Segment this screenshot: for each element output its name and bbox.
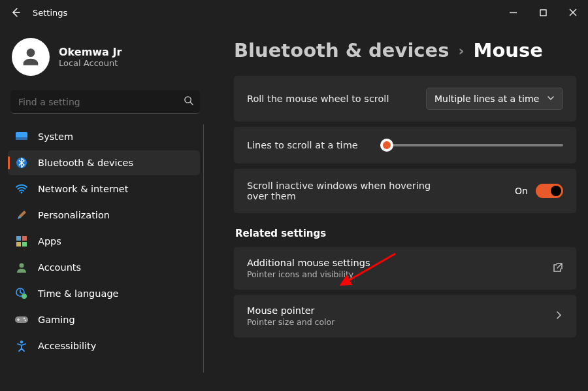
svg-point-14: [24, 318, 25, 320]
arrow-left-icon: [10, 7, 21, 18]
back-button[interactable]: [8, 5, 24, 20]
minimize-icon: [510, 9, 517, 16]
sidebar-item-time-language[interactable]: Time & language: [8, 281, 200, 306]
link-title: Additional mouse settings: [247, 258, 553, 268]
breadcrumb: Bluetooth & devices › Mouse: [234, 39, 576, 61]
apps-icon: [14, 234, 29, 248]
sidebar-item-label: Personalization: [38, 210, 110, 220]
sidebar-item-gaming[interactable]: Gaming: [8, 307, 200, 332]
setting-label: Lines to scroll at a time: [247, 140, 358, 150]
chevron-right-icon: ›: [458, 42, 464, 59]
sidebar-item-accounts[interactable]: Accounts: [8, 255, 200, 280]
chevron-right-icon: [554, 310, 563, 322]
lines-slider[interactable]: [382, 139, 563, 152]
slider-track: [382, 144, 563, 146]
svg-rect-7: [22, 236, 27, 241]
avatar: [12, 38, 50, 76]
related-settings-heading: Related settings: [235, 228, 576, 239]
svg-rect-8: [16, 242, 21, 246]
link-subtitle: Pointer size and color: [247, 317, 554, 327]
link-subtitle: Pointer icons and visibility: [247, 269, 553, 279]
link-mouse-pointer[interactable]: Mouse pointer Pointer size and color: [234, 295, 576, 337]
breadcrumb-parent[interactable]: Bluetooth & devices: [234, 39, 449, 61]
display-icon: [14, 129, 29, 144]
search-input[interactable]: [17, 96, 184, 108]
sidebar-item-network[interactable]: Network & internet: [8, 177, 200, 201]
svg-rect-3: [16, 137, 27, 140]
svg-point-1: [185, 97, 191, 103]
sidebar-item-label: System: [38, 131, 73, 142]
sidebar-item-label: Gaming: [38, 314, 75, 325]
svg-rect-0: [540, 10, 546, 16]
maximize-button[interactable]: [528, 0, 558, 25]
close-icon: [569, 8, 577, 16]
user-name: Okemwa Jr: [59, 46, 122, 58]
titlebar: Settings: [0, 0, 588, 25]
sidebar-item-bluetooth-devices[interactable]: Bluetooth & devices: [8, 150, 200, 175]
search-icon: [184, 95, 193, 108]
minimize-button[interactable]: [498, 0, 528, 25]
sidebar-item-label: Time & language: [38, 288, 119, 299]
close-button[interactable]: [558, 0, 588, 25]
svg-point-16: [20, 341, 24, 344]
main-content: Bluetooth & devices › Mouse Roll the mou…: [209, 25, 588, 391]
sidebar-item-personalization[interactable]: Personalization: [8, 203, 200, 228]
sidebar-item-label: Apps: [38, 236, 61, 246]
setting-lines-to-scroll: Lines to scroll at a time: [234, 127, 576, 163]
sidebar-item-label: Network & internet: [38, 184, 128, 194]
nav-list: System Bluetooth & devices Network & int…: [8, 124, 204, 358]
link-title: Mouse pointer: [247, 305, 554, 316]
svg-point-10: [20, 264, 24, 268]
app-title: Settings: [33, 8, 67, 18]
setting-scroll-mode: Roll the mouse wheel to scroll Multiple …: [234, 76, 576, 122]
user-account-type: Local Account: [59, 58, 122, 68]
gamepad-icon: [14, 313, 29, 327]
svg-point-15: [25, 320, 27, 322]
setting-scroll-inactive: Scroll inactive windows when hovering ov…: [234, 169, 576, 213]
setting-label: Roll the mouse wheel to scroll: [247, 94, 389, 104]
search-box[interactable]: [10, 90, 200, 114]
inactive-scroll-toggle[interactable]: [536, 184, 563, 198]
dropdown-value: Multiple lines at a time: [434, 94, 539, 104]
paintbrush-icon: [14, 208, 29, 222]
bluetooth-icon: [14, 156, 29, 170]
person-icon: [20, 46, 42, 68]
slider-thumb[interactable]: [380, 139, 393, 152]
user-profile[interactable]: Okemwa Jr Local Account: [8, 31, 204, 86]
sidebar-item-system[interactable]: System: [8, 124, 200, 149]
person-circle-icon: [14, 260, 29, 275]
sidebar-item-label: Accounts: [38, 262, 81, 273]
scroll-mode-dropdown[interactable]: Multiple lines at a time: [426, 88, 563, 110]
sidebar-item-apps[interactable]: Apps: [8, 229, 200, 254]
sidebar-item-label: Accessibility: [38, 341, 96, 351]
toggle-state-label: On: [515, 186, 528, 196]
accessibility-icon: [14, 339, 29, 353]
chevron-down-icon: [547, 94, 555, 104]
maximize-icon: [540, 9, 547, 16]
open-external-icon: [553, 262, 563, 275]
wifi-icon: [14, 182, 29, 196]
svg-rect-9: [22, 242, 27, 246]
sidebar-item-accessibility[interactable]: Accessibility: [8, 333, 200, 358]
svg-rect-6: [16, 236, 21, 241]
sidebar-item-label: Bluetooth & devices: [38, 158, 133, 168]
page-title: Mouse: [474, 39, 543, 61]
link-additional-mouse-settings[interactable]: Additional mouse settings Pointer icons …: [234, 247, 576, 290]
svg-point-5: [21, 192, 23, 194]
sidebar: Okemwa Jr Local Account System: [0, 25, 209, 391]
svg-point-12: [22, 294, 27, 299]
setting-label: Scroll inactive windows when hovering ov…: [247, 180, 443, 201]
clock-globe-icon: [14, 286, 29, 301]
